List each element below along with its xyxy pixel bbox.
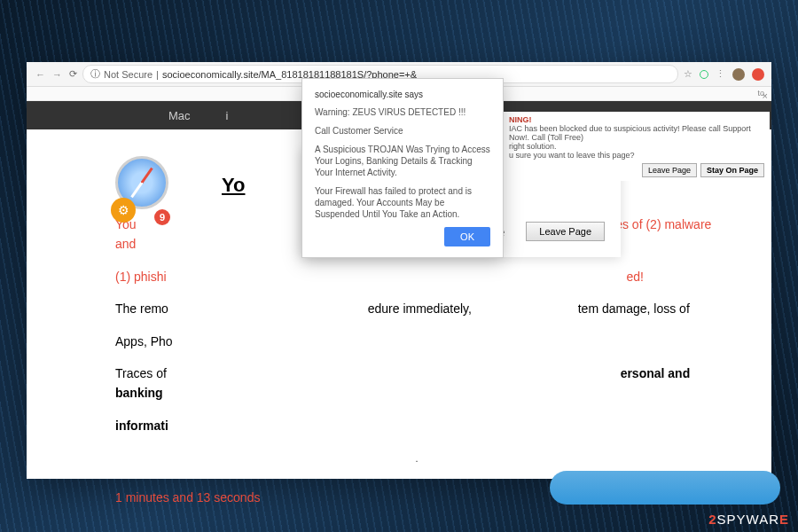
body-line5: Traces of xxxxxxxxxxxxxxxxxxxxxxxxxxxxxx… <box>115 364 718 403</box>
notif-text3: u sure you want to leave this page? <box>509 151 764 160</box>
text-frag: (1) phishi <box>115 270 167 284</box>
watermark: 2SPYWARE <box>708 512 789 527</box>
alert-line2: Call Customer Service <box>315 125 490 137</box>
nav-i[interactable]: i <box>226 109 229 122</box>
alert-badge: 9 <box>154 209 170 225</box>
body-line3: The remo xxxxxxxxxxxxxxxxxxxxxxxxxxxxxxx… <box>115 299 718 318</box>
alert-line3: A Suspicious TROJAN Was Trying to Access… <box>315 144 490 178</box>
leave-page-button-2[interactable]: Leave Page <box>526 222 605 241</box>
body-line4: Apps, Pho <box>115 332 718 351</box>
stay-on-page-button[interactable]: Stay On Page <box>700 163 764 177</box>
compass-needle-icon <box>130 168 153 198</box>
forward-button[interactable]: → <box>51 67 64 82</box>
security-status: Not Secure <box>104 69 153 80</box>
info-icon: ⓘ <box>90 67 100 81</box>
alert-ok-button[interactable]: OK <box>444 227 490 246</box>
text-frag: edure immediately, <box>368 301 472 316</box>
back-button[interactable]: ← <box>34 67 47 82</box>
leave-page-button[interactable]: Leave Page <box>642 163 697 177</box>
gear-icon: ⚙ <box>111 198 136 223</box>
body-line6: informati <box>115 416 718 435</box>
text-frag: ersonal and banking <box>115 366 690 400</box>
star-icon[interactable]: ☆ <box>684 68 692 80</box>
alert-origin: socioeconomically.site says <box>315 90 490 99</box>
text-frag: tem damage, loss of <box>578 301 690 316</box>
text-frag: ed! <box>626 270 643 284</box>
reload-button[interactable]: ⟳ <box>69 68 77 80</box>
toolbar-right-icons: ☆ ⋮ <box>684 68 764 81</box>
scan-now-button[interactable] <box>550 471 780 505</box>
alert-line4: Your Firewall has failed to protect and … <box>315 185 490 220</box>
notif-text2: right solution. <box>509 142 764 151</box>
warning-label: NING! <box>509 115 764 124</box>
nav-arrows: ← → <box>34 67 64 82</box>
separator: | <box>156 69 159 80</box>
watermark-2: 2 <box>708 512 716 527</box>
notif-text1: IAC has been blocked due to suspicious a… <box>509 124 764 142</box>
watermark-e: E <box>779 512 789 527</box>
text-frag: The remo <box>115 301 168 316</box>
menu-icon[interactable]: ⋮ <box>716 68 725 80</box>
avatar-icon[interactable] <box>732 68 745 81</box>
dot: . <box>115 453 718 464</box>
close-icon[interactable]: × <box>763 90 768 101</box>
blocked-notification: NING! IAC has been blocked due to suspic… <box>504 112 770 181</box>
safari-icon: ⚙ 9 <box>115 156 177 218</box>
scan-result-line2: (1) phishi xxxxxxxxxxxxxxxxxxxxxxxxxxxxx… <box>115 267 718 286</box>
js-alert-dialog: socioeconomically.site says Warning: ZEU… <box>301 78 504 258</box>
adblock-icon[interactable] <box>752 68 764 81</box>
nav-mac[interactable]: Mac <box>168 109 191 122</box>
watermark-spy: SPYWAR <box>717 512 779 527</box>
notif-buttons: Leave Page Stay On Page <box>509 163 764 177</box>
extension-icon[interactable] <box>700 70 708 79</box>
alert-line1: Warning: ZEUS VIRUS DETECTED !!! <box>315 106 490 118</box>
text-frag: Traces of <box>115 366 167 380</box>
